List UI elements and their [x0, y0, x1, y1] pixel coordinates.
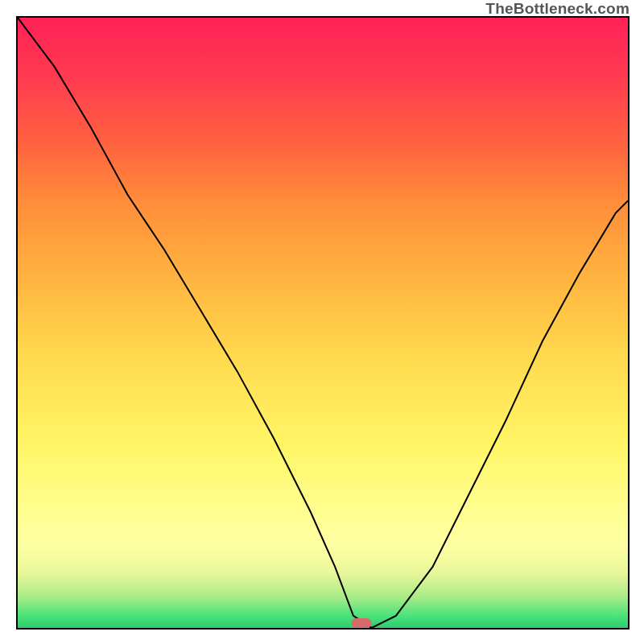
attribution-label: TheBottleneck.com [485, 0, 630, 18]
chart-container: TheBottleneck.com [0, 0, 644, 644]
highlight-marker [351, 618, 371, 628]
curve-layer [18, 18, 628, 628]
curve-path [18, 18, 628, 628]
plot-area [16, 16, 630, 630]
